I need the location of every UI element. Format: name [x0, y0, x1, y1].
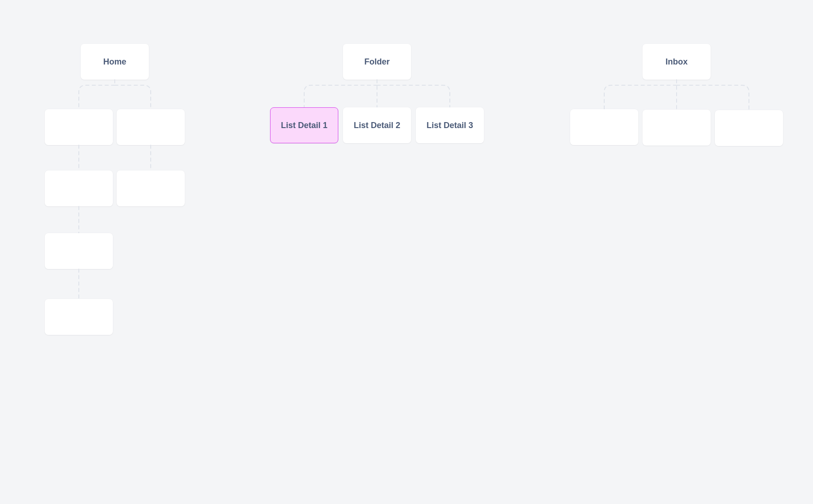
node-inbox-child-1[interactable]: [570, 109, 638, 145]
node-home-child-4[interactable]: [117, 170, 185, 206]
node-label: Inbox: [666, 57, 688, 67]
node-label: Home: [103, 57, 126, 67]
node-list-detail-1[interactable]: List Detail 1: [270, 107, 338, 143]
node-list-detail-2[interactable]: List Detail 2: [343, 107, 411, 143]
node-home-child-2[interactable]: [117, 109, 185, 145]
node-inbox-child-2[interactable]: [642, 110, 711, 146]
node-label: List Detail 3: [426, 121, 473, 130]
node-inbox-child-3[interactable]: [715, 110, 783, 146]
node-home-child-5[interactable]: [45, 233, 113, 269]
node-label: Folder: [364, 57, 389, 67]
node-home-child-6[interactable]: [45, 299, 113, 335]
node-home-child-3[interactable]: [45, 170, 113, 206]
node-inbox[interactable]: Inbox: [642, 44, 711, 80]
node-label: List Detail 2: [353, 121, 400, 130]
diagram-canvas: Home Folder: [0, 0, 813, 504]
node-list-detail-3[interactable]: List Detail 3: [416, 107, 484, 143]
node-home[interactable]: Home: [81, 44, 149, 80]
node-folder[interactable]: Folder: [343, 44, 411, 80]
node-home-child-1[interactable]: [45, 109, 113, 145]
node-label: List Detail 1: [281, 121, 327, 130]
